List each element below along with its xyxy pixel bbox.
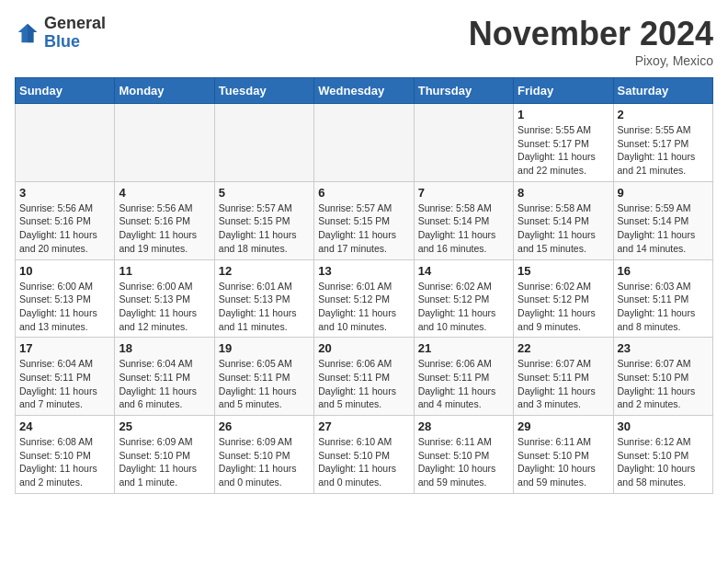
day-info: Sunrise: 6:00 AMSunset: 5:13 PMDaylight:… — [19, 280, 110, 334]
day-number: 26 — [219, 419, 310, 433]
day-info: Sunrise: 6:11 AMSunset: 5:10 PMDaylight:… — [518, 435, 609, 489]
day-number: 3 — [19, 186, 110, 200]
calendar-week-row: 10Sunrise: 6:00 AMSunset: 5:13 PMDayligh… — [16, 259, 713, 338]
logo: General Blue — [15, 15, 106, 52]
day-number: 14 — [418, 264, 509, 278]
day-number: 4 — [119, 186, 210, 200]
calendar-cell: 3Sunrise: 5:56 AMSunset: 5:16 PMDaylight… — [16, 181, 115, 259]
logo-icon — [15, 20, 40, 46]
day-info: Sunrise: 6:10 AMSunset: 5:10 PMDaylight:… — [318, 435, 409, 489]
month-title: November 2024 — [469, 15, 713, 53]
day-info: Sunrise: 6:11 AMSunset: 5:10 PMDaylight:… — [418, 435, 509, 489]
calendar-cell: 19Sunrise: 6:05 AMSunset: 5:11 PMDayligh… — [214, 338, 313, 416]
calendar-week-row: 1Sunrise: 5:55 AMSunset: 5:17 PMDaylight… — [16, 104, 713, 182]
calendar: SundayMondayTuesdayWednesdayThursdayFrid… — [15, 77, 713, 494]
calendar-cell: 28Sunrise: 6:11 AMSunset: 5:10 PMDayligh… — [414, 416, 513, 494]
day-info: Sunrise: 5:56 AMSunset: 5:16 PMDaylight:… — [19, 201, 110, 256]
day-number: 13 — [318, 264, 409, 278]
day-info: Sunrise: 6:07 AMSunset: 5:10 PMDaylight:… — [618, 357, 709, 411]
day-number: 12 — [219, 264, 310, 278]
day-number: 25 — [119, 419, 210, 433]
day-number: 28 — [418, 419, 509, 433]
page-header: General Blue November 2024 Pixoy, Mexico — [15, 15, 713, 68]
calendar-cell: 14Sunrise: 6:02 AMSunset: 5:12 PMDayligh… — [414, 259, 513, 338]
day-number: 18 — [119, 341, 210, 355]
day-info: Sunrise: 6:00 AMSunset: 5:13 PMDaylight:… — [119, 280, 210, 334]
calendar-cell: 30Sunrise: 6:12 AMSunset: 5:10 PMDayligh… — [613, 416, 712, 494]
day-number: 6 — [318, 186, 409, 200]
calendar-cell: 27Sunrise: 6:10 AMSunset: 5:10 PMDayligh… — [314, 416, 414, 494]
day-number: 15 — [518, 264, 609, 278]
day-info: Sunrise: 6:02 AMSunset: 5:12 PMDaylight:… — [518, 280, 609, 334]
calendar-week-row: 17Sunrise: 6:04 AMSunset: 5:11 PMDayligh… — [16, 338, 713, 416]
calendar-cell: 15Sunrise: 6:02 AMSunset: 5:12 PMDayligh… — [514, 259, 613, 338]
weekday-header: Tuesday — [214, 78, 313, 104]
weekday-header: Sunday — [16, 78, 115, 104]
calendar-cell: 29Sunrise: 6:11 AMSunset: 5:10 PMDayligh… — [514, 416, 613, 494]
day-number: 9 — [618, 186, 709, 200]
calendar-cell: 7Sunrise: 5:58 AMSunset: 5:14 PMDaylight… — [414, 181, 513, 259]
calendar-cell: 1Sunrise: 5:55 AMSunset: 5:17 PMDaylight… — [514, 104, 613, 182]
calendar-cell: 12Sunrise: 6:01 AMSunset: 5:13 PMDayligh… — [214, 259, 313, 338]
day-number: 16 — [618, 264, 709, 278]
day-number: 29 — [518, 419, 609, 433]
day-info: Sunrise: 6:06 AMSunset: 5:11 PMDaylight:… — [318, 357, 409, 411]
day-number: 1 — [518, 108, 609, 121]
day-number: 17 — [19, 341, 110, 355]
day-info: Sunrise: 6:05 AMSunset: 5:11 PMDaylight:… — [219, 357, 310, 411]
day-info: Sunrise: 6:09 AMSunset: 5:10 PMDaylight:… — [219, 435, 310, 489]
day-number: 27 — [318, 419, 409, 433]
day-number: 11 — [119, 264, 210, 278]
day-info: Sunrise: 5:55 AMSunset: 5:17 PMDaylight:… — [618, 123, 709, 178]
calendar-cell: 4Sunrise: 5:56 AMSunset: 5:16 PMDaylight… — [115, 181, 214, 259]
calendar-cell: 16Sunrise: 6:03 AMSunset: 5:11 PMDayligh… — [613, 259, 712, 338]
calendar-cell: 6Sunrise: 5:57 AMSunset: 5:15 PMDaylight… — [314, 181, 414, 259]
day-info: Sunrise: 6:04 AMSunset: 5:11 PMDaylight:… — [19, 357, 110, 411]
day-info: Sunrise: 5:58 AMSunset: 5:14 PMDaylight:… — [418, 201, 509, 256]
calendar-cell: 23Sunrise: 6:07 AMSunset: 5:10 PMDayligh… — [613, 338, 712, 416]
day-info: Sunrise: 6:07 AMSunset: 5:11 PMDaylight:… — [518, 357, 609, 411]
day-info: Sunrise: 6:12 AMSunset: 5:10 PMDaylight:… — [618, 435, 709, 489]
calendar-cell: 22Sunrise: 6:07 AMSunset: 5:11 PMDayligh… — [514, 338, 613, 416]
logo-text: General Blue — [44, 15, 106, 52]
weekday-header: Monday — [115, 78, 214, 104]
day-number: 30 — [618, 419, 709, 433]
day-info: Sunrise: 6:06 AMSunset: 5:11 PMDaylight:… — [418, 357, 509, 411]
calendar-header-row: SundayMondayTuesdayWednesdayThursdayFrid… — [16, 78, 713, 104]
day-info: Sunrise: 5:57 AMSunset: 5:15 PMDaylight:… — [219, 201, 310, 256]
day-number: 19 — [219, 341, 310, 355]
day-info: Sunrise: 5:59 AMSunset: 5:14 PMDaylight:… — [618, 201, 709, 256]
day-number: 10 — [19, 264, 110, 278]
calendar-cell: 10Sunrise: 6:00 AMSunset: 5:13 PMDayligh… — [16, 259, 115, 338]
day-number: 8 — [518, 186, 609, 200]
weekday-header: Friday — [514, 78, 613, 104]
svg-marker-1 — [28, 24, 37, 43]
calendar-cell: 11Sunrise: 6:00 AMSunset: 5:13 PMDayligh… — [115, 259, 214, 338]
calendar-cell: 17Sunrise: 6:04 AMSunset: 5:11 PMDayligh… — [16, 338, 115, 416]
day-info: Sunrise: 5:56 AMSunset: 5:16 PMDaylight:… — [119, 201, 210, 256]
weekday-header: Wednesday — [314, 78, 414, 104]
day-info: Sunrise: 6:02 AMSunset: 5:12 PMDaylight:… — [418, 280, 509, 334]
calendar-week-row: 24Sunrise: 6:08 AMSunset: 5:10 PMDayligh… — [16, 416, 713, 494]
day-info: Sunrise: 5:55 AMSunset: 5:17 PMDaylight:… — [518, 123, 609, 178]
day-info: Sunrise: 6:01 AMSunset: 5:13 PMDaylight:… — [219, 280, 310, 334]
calendar-cell: 5Sunrise: 5:57 AMSunset: 5:15 PMDaylight… — [214, 181, 313, 259]
day-number: 22 — [518, 341, 609, 355]
calendar-cell: 20Sunrise: 6:06 AMSunset: 5:11 PMDayligh… — [314, 338, 414, 416]
calendar-cell: 13Sunrise: 6:01 AMSunset: 5:12 PMDayligh… — [314, 259, 414, 338]
title-block: November 2024 Pixoy, Mexico — [469, 15, 713, 68]
day-number: 24 — [19, 419, 110, 433]
calendar-cell — [115, 104, 214, 182]
calendar-cell: 18Sunrise: 6:04 AMSunset: 5:11 PMDayligh… — [115, 338, 214, 416]
day-number: 20 — [318, 341, 409, 355]
day-number: 21 — [418, 341, 509, 355]
calendar-cell: 26Sunrise: 6:09 AMSunset: 5:10 PMDayligh… — [214, 416, 313, 494]
day-info: Sunrise: 6:04 AMSunset: 5:11 PMDaylight:… — [119, 357, 210, 411]
calendar-cell — [214, 104, 313, 182]
calendar-cell: 24Sunrise: 6:08 AMSunset: 5:10 PMDayligh… — [16, 416, 115, 494]
day-info: Sunrise: 6:01 AMSunset: 5:12 PMDaylight:… — [318, 280, 409, 334]
calendar-week-row: 3Sunrise: 5:56 AMSunset: 5:16 PMDaylight… — [16, 181, 713, 259]
calendar-cell: 2Sunrise: 5:55 AMSunset: 5:17 PMDaylight… — [613, 104, 712, 182]
day-info: Sunrise: 5:57 AMSunset: 5:15 PMDaylight:… — [318, 201, 409, 256]
day-info: Sunrise: 6:08 AMSunset: 5:10 PMDaylight:… — [19, 435, 110, 489]
